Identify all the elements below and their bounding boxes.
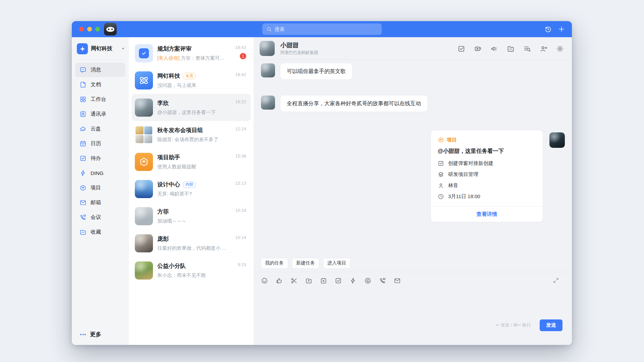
task-card-message: 项目 @小甜甜，这里任务看一下 创建弹窗对接新创建	[431, 130, 543, 222]
send-button[interactable]: 发送	[540, 319, 562, 331]
plus-icon[interactable]	[558, 25, 565, 33]
chat-list-item-fangfei[interactable]: 方菲 加油哦～～～ 10:18	[131, 202, 251, 230]
sidebar-item-ding[interactable]: DING	[75, 166, 125, 180]
chat-pane: 小甜甜 阿里巴巴及蚂蚁集团	[254, 37, 572, 345]
sidebar-item-favorites[interactable]: 收藏	[75, 225, 125, 239]
file-folder-plus-icon[interactable]	[305, 277, 312, 284]
zoom-window-button[interactable]	[95, 27, 100, 32]
svg-text:17: 17	[82, 143, 84, 145]
thumbs-up-icon[interactable]	[276, 277, 283, 284]
sidebar-item-messages[interactable]: 消息	[75, 63, 125, 77]
chat-avatar	[135, 99, 153, 117]
message-bubble[interactable]: 全程直播分享，大家各种好奇贰哥的故事都可以在线互动	[280, 96, 427, 112]
calendar-icon: 17	[79, 140, 87, 147]
chat-list-item-planning-review[interactable]: 规划方案评审 [有人@你] 方菲：整体方案可... 16:42 1	[131, 40, 251, 67]
close-window-button[interactable]	[79, 27, 84, 32]
mail-icon	[79, 199, 87, 206]
sidebar-item-meetings[interactable]: 会议	[75, 210, 125, 225]
workbench-icon	[79, 96, 87, 103]
sidebar-item-workbench[interactable]: 工作台	[75, 92, 125, 107]
message-icon	[79, 66, 87, 73]
history-icon[interactable]	[544, 25, 552, 33]
add-member-icon[interactable]	[540, 45, 547, 53]
project-hexagon-icon	[79, 184, 87, 191]
document-icon	[79, 81, 87, 88]
red-packet-icon[interactable]	[364, 277, 371, 284]
titlebar: 搜索	[72, 21, 572, 37]
sidebar-item-docs[interactable]: 文档	[75, 77, 125, 92]
project-box-icon	[139, 157, 149, 167]
sidebar-item-mail[interactable]: 邮箱	[75, 195, 125, 210]
chat-avatar	[135, 261, 153, 280]
search-history-icon[interactable]	[523, 45, 531, 53]
sidebar-item-todo[interactable]: 待办	[75, 151, 125, 166]
app-body: 网钉科技 消息 文档	[72, 37, 572, 345]
todo-icon[interactable]	[458, 45, 465, 53]
folder-icon[interactable]	[507, 45, 515, 53]
view-details-link[interactable]: 查看详情	[431, 206, 543, 222]
message-sender-avatar[interactable]	[261, 63, 275, 77]
chat-list-item-charity-team[interactable]: 公益小分队 朱小志：周末不见不散 9:15	[131, 257, 251, 284]
chat-avatar	[135, 44, 153, 62]
ellipsis-icon	[80, 334, 86, 335]
minimize-window-button[interactable]	[87, 27, 92, 32]
chat-header: 小甜甜 阿里巴巴及蚂蚁集团	[254, 37, 572, 60]
calendar-icon[interactable]	[320, 277, 327, 284]
expand-composer[interactable]	[553, 277, 559, 284]
screenshot-scissors-icon[interactable]	[290, 277, 298, 284]
card-row-assignee: 林音	[438, 182, 536, 189]
todo-check-icon[interactable]	[335, 277, 342, 284]
sidebar-item-cloud-drive[interactable]: 云盘	[75, 122, 125, 136]
message-bubble[interactable]: 可以唱你最拿手的英文歌	[280, 63, 352, 79]
phone-video-icon	[79, 214, 87, 221]
chat-peer-name: 小甜甜	[280, 41, 299, 49]
chat-list-item-design-center[interactable]: 设计中心内部 无算: 喝奶茶不? 15:13	[131, 175, 251, 202]
clock-icon	[438, 193, 444, 200]
send-shortcut-hint: ↩ 发送 / ⌘↩ 换行	[496, 322, 531, 328]
quick-action-open-project[interactable]: 进入项目	[323, 258, 351, 269]
quick-action-new-task[interactable]: 新建任务	[292, 258, 319, 269]
message-row: 全程直播分享，大家各种好奇贰哥的故事都可以在线互动	[261, 96, 427, 112]
chat-list-item-lixin[interactable]: 李欣 @小甜甜，这里任务看一下 16:22	[131, 94, 251, 121]
chat-avatar-group	[135, 126, 153, 144]
card-app-row: 项目	[438, 137, 536, 143]
chat-list-item-pangpeng[interactable]: 庞彭 往最好的效果做，代码都是小 ... 10:14	[131, 230, 251, 257]
call-icon[interactable]	[379, 277, 386, 284]
video-icon[interactable]	[474, 45, 482, 53]
person-icon	[438, 182, 444, 189]
task-card[interactable]: 项目 @小甜甜，这里任务看一下 创建弹窗对接新创建	[431, 130, 543, 222]
org-switcher[interactable]: 网钉科技	[72, 37, 129, 59]
chat-list-item-project-assistant[interactable]: 项目助手 使用人数超额提醒 15:36	[131, 148, 251, 175]
check-icon	[141, 50, 147, 56]
sidebar-item-calendar[interactable]: 17 日历	[75, 136, 125, 151]
chat-avatar	[135, 153, 153, 171]
message-sender-avatar[interactable]	[549, 132, 565, 148]
chat-list: 规划方案评审 [有人@你] 方菲：整体方案可... 16:42 1	[129, 37, 254, 345]
chat-avatar	[135, 71, 153, 89]
dingtalk-window: 搜索 网钉科技	[72, 21, 572, 345]
contacts-icon	[79, 111, 87, 118]
message-sender-avatar[interactable]	[261, 96, 275, 110]
check-square-icon	[438, 160, 444, 167]
chat-list-item-wangding-tech[interactable]: 网钉科技全员 没问题，马上就来 16:42	[131, 67, 251, 94]
chat-list-item-autumn-launch-group[interactable]: 秋冬发布会项目组 陈德言: 会场布置的差不多了 12:24	[131, 121, 251, 148]
global-search-input[interactable]: 搜索	[262, 23, 382, 35]
card-title: @小甜甜，这里任务看一下	[438, 147, 536, 155]
chat-peer-avatar[interactable]	[260, 41, 275, 56]
sidebar-more-button[interactable]: 更多	[80, 330, 101, 338]
sidebar-item-projects[interactable]: 项目	[75, 181, 125, 195]
emoji-icon[interactable]	[261, 277, 268, 284]
cloud-icon	[79, 125, 87, 132]
gear-icon[interactable]	[556, 45, 564, 53]
mail-icon[interactable]	[394, 277, 401, 284]
lightning-icon	[79, 170, 87, 177]
org-logo-icon	[77, 43, 88, 54]
chat-avatar	[135, 207, 153, 225]
announcement-icon[interactable]	[490, 45, 498, 53]
quick-action-my-tasks[interactable]: 我的任务	[261, 258, 288, 269]
check-square-icon	[79, 155, 87, 162]
sidebar-item-contacts[interactable]: 通讯录	[75, 107, 125, 121]
ding-lightning-icon[interactable]	[350, 277, 357, 284]
all-staff-tag: 全员	[183, 73, 196, 79]
project-hexagon-icon	[438, 137, 444, 143]
